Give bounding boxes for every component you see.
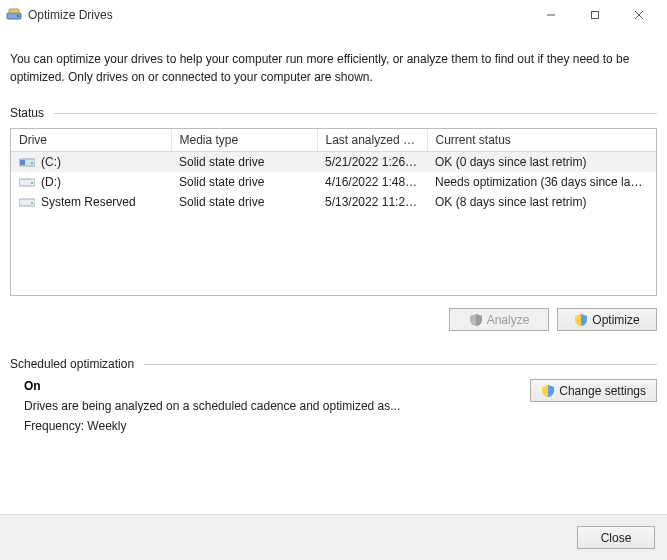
svg-point-9 (31, 162, 33, 164)
drive-last: 5/13/2022 11:20 ... (317, 192, 427, 212)
status-label: Status (10, 106, 44, 120)
drive-status: Needs optimization (36 days since last..… (427, 172, 656, 192)
description-text: You can optimize your drives to help you… (10, 50, 657, 86)
table-row[interactable]: (D:) Solid state drive 4/16/2022 1:48 AM… (11, 172, 656, 192)
titlebar: Optimize Drives (0, 0, 667, 30)
svg-point-2 (17, 15, 19, 17)
col-header-media[interactable]: Media type (171, 129, 317, 152)
divider (54, 113, 657, 114)
optimize-button[interactable]: Optimize (557, 308, 657, 331)
table-header-row: Drive Media type Last analyzed or ... Cu… (11, 129, 656, 152)
scheduled-state: On (24, 379, 518, 393)
drive-icon (19, 195, 35, 209)
shield-icon (541, 384, 555, 398)
col-header-status[interactable]: Current status (427, 129, 656, 152)
drive-media: Solid state drive (171, 172, 317, 192)
drives-table[interactable]: Drive Media type Last analyzed or ... Cu… (10, 128, 657, 296)
col-header-last[interactable]: Last analyzed or ... (317, 129, 427, 152)
change-settings-label: Change settings (559, 384, 646, 398)
svg-rect-1 (9, 9, 19, 13)
scheduled-section-header: Scheduled optimization (10, 357, 657, 371)
footer: Close (0, 514, 667, 560)
svg-point-13 (31, 202, 33, 204)
minimize-button[interactable] (529, 0, 573, 30)
col-header-drive[interactable]: Drive (11, 129, 171, 152)
svg-rect-8 (20, 160, 25, 165)
drive-name: (C:) (41, 155, 61, 169)
drive-status: OK (8 days since last retrim) (427, 192, 656, 212)
drive-name: System Reserved (41, 195, 136, 209)
drive-last: 5/21/2022 1:26 PM (317, 152, 427, 173)
scheduled-desc: Drives are being analyzed on a scheduled… (24, 399, 518, 413)
drive-icon (19, 175, 35, 189)
table-row[interactable]: (C:) Solid state drive 5/21/2022 1:26 PM… (11, 152, 656, 173)
scheduled-frequency: Frequency: Weekly (24, 419, 518, 433)
analyze-button: Analyze (449, 308, 549, 331)
close-dialog-button[interactable]: Close (577, 526, 655, 549)
app-icon (6, 7, 22, 23)
table-row[interactable]: System Reserved Solid state drive 5/13/2… (11, 192, 656, 212)
svg-point-11 (31, 182, 33, 184)
drive-last: 4/16/2022 1:48 AM (317, 172, 427, 192)
scheduled-label: Scheduled optimization (10, 357, 134, 371)
shield-icon (469, 313, 483, 327)
analyze-label: Analyze (487, 313, 530, 327)
divider (144, 364, 657, 365)
close-button[interactable] (617, 0, 661, 30)
maximize-button[interactable] (573, 0, 617, 30)
drive-media: Solid state drive (171, 152, 317, 173)
window-controls (529, 0, 661, 30)
drive-status: OK (0 days since last retrim) (427, 152, 656, 173)
optimize-label: Optimize (592, 313, 639, 327)
drive-media: Solid state drive (171, 192, 317, 212)
window-title: Optimize Drives (28, 8, 529, 22)
drive-icon (19, 155, 35, 169)
svg-rect-4 (592, 12, 599, 19)
shield-icon (574, 313, 588, 327)
close-label: Close (601, 531, 632, 545)
scheduled-text: On Drives are being analyzed on a schedu… (24, 379, 518, 439)
drive-name: (D:) (41, 175, 61, 189)
status-section-header: Status (10, 106, 657, 120)
change-settings-button[interactable]: Change settings (530, 379, 657, 402)
